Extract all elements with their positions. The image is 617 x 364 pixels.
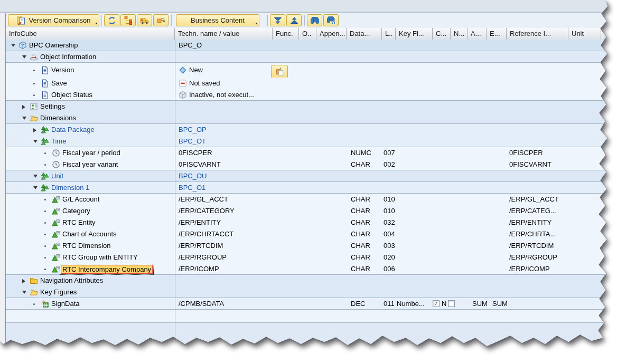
tree-row-category[interactable]: Category/ERP/CATEGORYCHAR010/ERP/CATEG..… bbox=[6, 205, 617, 217]
tree-item-label[interactable]: Dimensions bbox=[40, 114, 76, 122]
expander-icon[interactable] bbox=[22, 105, 25, 109]
tree-item-label[interactable]: Version bbox=[51, 66, 74, 74]
leaf-bullet bbox=[44, 222, 46, 224]
tree-item-label[interactable]: Key Figures bbox=[40, 288, 77, 296]
tree-row-rtc-entity[interactable]: RTC Entity/ERP/ENTITYCHAR032/ERP/ENTITY bbox=[6, 217, 617, 228]
tree-item-label[interactable]: Save bbox=[51, 79, 67, 87]
tree-row-time[interactable]: TimeBPC_OT bbox=[6, 136, 617, 147]
tree-item-label[interactable]: RTC Group with ENTITY bbox=[62, 253, 138, 261]
tree-row-object-information[interactable]: Object Information bbox=[6, 51, 617, 63]
tech-name-cell: BPC_O bbox=[179, 41, 202, 49]
toolbar-button-transport-truck-icon[interactable] bbox=[137, 14, 152, 26]
tree-item-label[interactable]: Object Information bbox=[40, 53, 96, 61]
toolbar-separator bbox=[101, 15, 102, 26]
tree-row-dimensions[interactable]: Dimensions bbox=[6, 112, 617, 124]
expander-icon[interactable] bbox=[22, 291, 26, 294]
tree-row-g-l-account[interactable]: G/L Account/ERP/GL_ACCTCHAR010/ERP/GL_AC… bbox=[6, 194, 617, 205]
tree-item-label[interactable]: Object Status bbox=[51, 91, 92, 99]
empty-area bbox=[6, 323, 617, 364]
tech-name-cell: BPC_OU bbox=[179, 172, 207, 180]
tree-item-label[interactable]: Chart of Accounts bbox=[62, 230, 117, 238]
column-header-infocube[interactable]: InfoCube bbox=[6, 28, 175, 40]
n-checkbox[interactable] bbox=[448, 300, 455, 307]
tree-row-data-package[interactable]: Data PackageBPC_OP bbox=[6, 124, 617, 136]
expander-icon[interactable] bbox=[22, 55, 26, 59]
tree-row-rtc-group-with-entity[interactable]: RTC Group with ENTITY/ERP/RGROUPCHAR020/… bbox=[6, 252, 617, 263]
tree-row-signdata[interactable]: SignData/CPMB/SDATADEC011Numbe...✓NSUMSU… bbox=[6, 298, 617, 310]
column-header-techn-name-value[interactable]: Techn. name / value bbox=[175, 28, 273, 40]
keyfigure-icon bbox=[41, 300, 49, 308]
copy-button[interactable] bbox=[271, 65, 288, 78]
tree-item-label[interactable]: BPC Ownership bbox=[29, 41, 78, 49]
data-type-cell: DEC bbox=[351, 300, 365, 308]
tree-row-rtc-intercompany-company[interactable]: RTC Intercompany Company/ERP/ICOMPCHAR00… bbox=[6, 263, 617, 275]
data-type-cell: CHAR bbox=[351, 265, 370, 273]
toolbar-button-hierarchy-icon[interactable] bbox=[120, 14, 136, 26]
characteristic-icon bbox=[52, 242, 60, 250]
tree-item-label[interactable]: RTC Entity bbox=[62, 218, 96, 226]
column-header-e[interactable]: E... bbox=[487, 28, 507, 40]
tree-row-rtc-dimension[interactable]: RTC Dimension/ERP/RTCDIMCHAR003/ERP/RTCD… bbox=[6, 240, 617, 252]
expander-icon[interactable] bbox=[11, 44, 15, 47]
column-header-o[interactable]: O.. bbox=[299, 28, 316, 40]
tree-item-label[interactable]: Navigation Attributes bbox=[40, 276, 103, 284]
toolbar-button-find-icon[interactable] bbox=[307, 14, 322, 26]
tree-row-key-figures[interactable]: Key Figures bbox=[6, 286, 617, 298]
tree-row-dimension-1[interactable]: Dimension 1BPC_O1 bbox=[6, 182, 617, 194]
toolbar-button-refresh-icon[interactable] bbox=[104, 14, 119, 26]
tree-item-label[interactable]: Data Package bbox=[51, 126, 95, 133]
column-header-n[interactable]: N... bbox=[451, 28, 468, 40]
tree-item-label[interactable]: Settings bbox=[40, 102, 65, 110]
tree-row-save[interactable]: SaveNot saved bbox=[6, 78, 617, 89]
key-figure-type-cell: Numbe... bbox=[397, 300, 425, 308]
column-header-func[interactable]: Func. bbox=[273, 28, 299, 40]
column-header-a[interactable]: A... bbox=[468, 28, 487, 40]
status-value-cell: Not saved bbox=[189, 79, 220, 87]
tree-item-label[interactable]: Category bbox=[62, 207, 90, 215]
tree-row-bpc-ownership[interactable]: BPC OwnershipBPC_O bbox=[6, 40, 617, 51]
tree-item-label[interactable]: Fiscal year variant bbox=[62, 160, 118, 168]
column-header-l[interactable]: L.. bbox=[382, 28, 396, 40]
column-header-reference-i[interactable]: Reference I... bbox=[507, 28, 568, 40]
tree-row-fiscal-year-period[interactable]: Fiscal year / period0FISCPERNUMC0070FISC… bbox=[6, 147, 617, 159]
expander-icon[interactable] bbox=[33, 175, 38, 178]
tree-item-label[interactable]: Time bbox=[51, 137, 66, 145]
toolbar-button-expand-all-icon[interactable] bbox=[286, 14, 302, 26]
expander-icon[interactable] bbox=[22, 117, 26, 120]
toolbar-button-find-next-icon[interactable] bbox=[323, 14, 339, 26]
expander-icon[interactable] bbox=[22, 279, 25, 283]
tree-item-label[interactable]: RTC Intercompany Company bbox=[61, 265, 153, 274]
tree-item-label[interactable]: G/L Account bbox=[62, 195, 99, 203]
tree-item-label[interactable]: Dimension 1 bbox=[51, 184, 89, 191]
tree-row-navigation-attributes[interactable]: Navigation Attributes bbox=[6, 275, 617, 286]
tree-item-label[interactable]: RTC Dimension bbox=[62, 242, 111, 250]
expander-icon[interactable] bbox=[33, 128, 36, 132]
expander-icon[interactable] bbox=[33, 186, 38, 189]
left-gutter bbox=[0, 13, 6, 364]
toolbar-button-version-comparison[interactable]: Version Comparison bbox=[8, 14, 99, 26]
hierarchy-icon bbox=[124, 16, 133, 25]
toolbar-button-business-content[interactable]: Business Content bbox=[176, 14, 259, 26]
tree-row-chart-of-accounts[interactable]: Chart of Accounts/ERP/CHRTACCTCHAR004/ER… bbox=[6, 228, 617, 240]
expander-icon[interactable] bbox=[33, 140, 38, 143]
column-header-c[interactable]: C... bbox=[433, 28, 451, 40]
tree-item-label[interactable]: Fiscal year / period bbox=[62, 149, 120, 157]
tree-item-label[interactable]: SignData bbox=[51, 300, 79, 308]
tree-row-object-status[interactable]: Object StatusInactive, not execut... bbox=[6, 89, 617, 101]
column-divider bbox=[175, 40, 175, 364]
column-header-data[interactable]: Data... bbox=[347, 28, 382, 40]
c-checkbox[interactable]: ✓ bbox=[433, 300, 440, 307]
tree-row-settings[interactable]: Settings bbox=[6, 101, 617, 112]
toolbar-button-where-used-icon[interactable] bbox=[153, 14, 169, 26]
status-value-cell: Inactive, not execut... bbox=[189, 91, 254, 99]
toolbar-button-collapse-all-icon[interactable] bbox=[270, 14, 285, 26]
tree-row-fiscal-year-variant[interactable]: Fiscal year variant0FISCVARNTCHAR0020FIS… bbox=[6, 159, 617, 170]
column-header-unit[interactable]: Unit bbox=[568, 28, 601, 40]
tree-item-label[interactable]: Unit bbox=[51, 172, 63, 180]
column-header-key-fi[interactable]: Key Fi... bbox=[396, 28, 433, 40]
tree-row-version[interactable]: VersionNew bbox=[6, 63, 617, 78]
column-header-row: InfoCubeTechn. name / valueFunc.O..Appen… bbox=[6, 28, 617, 40]
column-header-appen[interactable]: Appen... bbox=[316, 28, 347, 40]
toolbar-separator bbox=[267, 15, 268, 26]
tree-row-unit[interactable]: UnitBPC_OU bbox=[6, 170, 617, 182]
